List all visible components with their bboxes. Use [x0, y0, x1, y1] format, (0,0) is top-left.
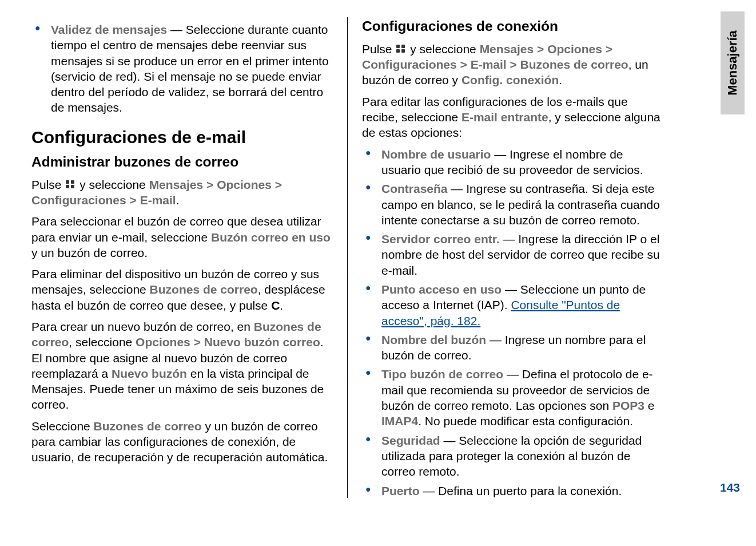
list-item: Nombre del buzón — Ingrese un nombre par… [362, 332, 663, 363]
paragraph: Para crear un nuevo buzón de correo, en … [31, 319, 333, 413]
menu-key-icon [395, 43, 407, 54]
menu-key-icon [65, 179, 76, 190]
svg-rect-7 [401, 49, 405, 53]
heading-email-config: Configuraciones de e-mail [31, 126, 333, 148]
svg-rect-3 [71, 185, 74, 188]
page-content: Validez de mensajes — Seleccione durante… [0, 0, 686, 515]
list-item: Validez de mensajes — Seleccione durante… [31, 22, 333, 116]
list-item: Tipo buzón de correo — Defina el protoco… [362, 366, 663, 429]
left-column: Validez de mensajes — Seleccione durante… [31, 17, 348, 498]
list-item: Contraseña — Ingrese su contraseña. Si d… [362, 181, 663, 228]
paragraph: Pulse y seleccione Mensajes > Opciones >… [31, 177, 333, 208]
svg-rect-1 [71, 180, 74, 184]
text: — Seleccione durante cuanto tiempo el ce… [51, 23, 329, 114]
svg-rect-2 [66, 185, 69, 188]
svg-rect-4 [396, 45, 400, 48]
paragraph: Para eliminar del dispositivo un buzón d… [31, 266, 333, 313]
heading-manage-mailboxes: Administrar buzones de correo [31, 153, 333, 171]
paragraph: Pulse y seleccione Mensajes > Opciones >… [362, 41, 663, 88]
section-tab: Mensajería [721, 11, 745, 114]
list-item: Seguridad — Seleccione la opción de segu… [362, 433, 663, 480]
svg-rect-5 [401, 45, 405, 48]
options-list: Nombre de usuario — Ingrese el nombre de… [362, 147, 663, 498]
paragraph: Seleccione Buzones de correo y un buzón … [31, 418, 333, 465]
page-number: 143 [720, 481, 740, 494]
paragraph: Para editar las configuraciones de los e… [362, 94, 663, 141]
list-item: Punto acceso en uso — Seleccione un punt… [362, 282, 663, 329]
heading-connection-config: Configuraciones de conexión [362, 17, 663, 35]
svg-rect-6 [396, 49, 400, 53]
paragraph: Para seleccionar el buzón de correo que … [31, 213, 333, 260]
right-column: Configuraciones de conexión Pulse y sele… [348, 17, 663, 498]
list-item: Servidor correo entr. — Ingrese la direc… [362, 231, 663, 278]
svg-rect-0 [66, 180, 69, 184]
list-item: Nombre de usuario — Ingrese el nombre de… [362, 147, 663, 178]
list-item: Puerto — Defina un puerto para la conexi… [362, 483, 663, 498]
term: Validez de mensajes [51, 23, 167, 36]
